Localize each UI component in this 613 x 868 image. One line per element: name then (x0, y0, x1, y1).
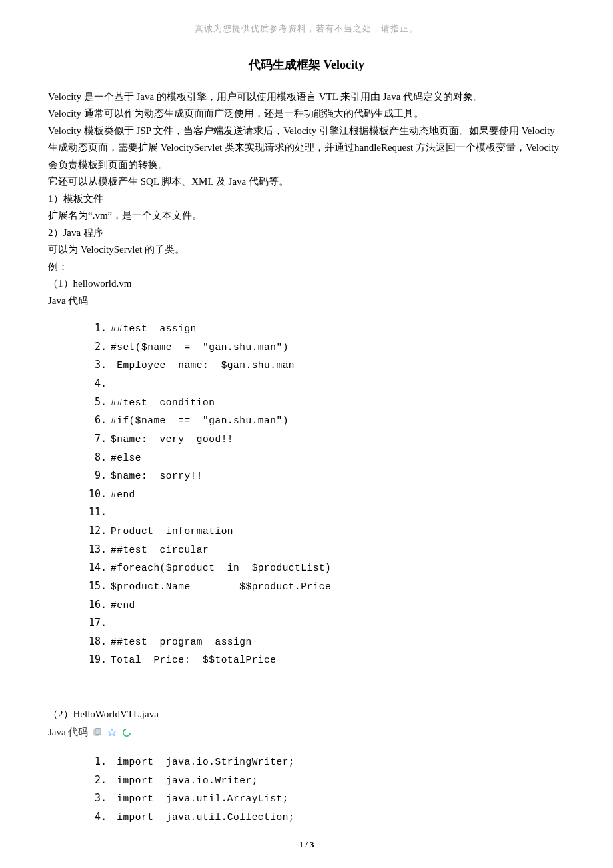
page-number: 1 / 3 (0, 837, 613, 852)
line-number: 16. (88, 597, 107, 614)
code-line: 9.$name: sorry!! (88, 467, 565, 485)
line-number: 14. (88, 559, 107, 577)
line-number: 15. (88, 578, 107, 595)
svg-point-2 (123, 729, 131, 737)
code-line: 3. import java.util.ArrayList; (88, 790, 565, 807)
code-line: 10.#end (88, 486, 565, 503)
code-line: 8.#else (88, 449, 565, 467)
line-number: 10. (88, 486, 107, 503)
code-text: #if($name == "gan.shu.man") (111, 413, 289, 429)
line-number: 5. (88, 394, 107, 411)
code-text: import java.io.StringWriter; (111, 754, 295, 771)
line-number: 4. (88, 375, 107, 393)
code-line: 18.##test program assign (88, 633, 565, 651)
copy-icon[interactable] (92, 727, 103, 738)
code-line: 6.#if($name == "gan.shu.man") (88, 412, 565, 429)
code-language-label: Java 代码 (48, 724, 88, 741)
code-line: 19.Total Price: $$totalPrice (88, 651, 565, 669)
line-number: 7. (88, 431, 107, 448)
code-text: #set($name = "gan.shu.man") (111, 339, 289, 356)
star-icon[interactable] (107, 727, 117, 738)
paragraph: 1）模板文件 (48, 191, 565, 208)
paragraph: （1）helloworld.vm (48, 275, 565, 293)
paragraph: 扩展名为“.vm”，是一个文本文件。 (48, 207, 565, 225)
code-text: $name: sorry!! (111, 468, 203, 485)
line-number: 12. (88, 523, 107, 540)
document-title: 代码生成框架 Velocity (48, 55, 565, 75)
code-line: 3. Employee name: $gan.shu.man (88, 357, 565, 374)
code-text: ##test condition (111, 395, 215, 411)
code-text: Product information (111, 523, 233, 540)
paragraph: Velocity 模板类似于 JSP 文件，当客户端发送请求后，Velocity… (48, 123, 565, 174)
line-number: 13. (88, 541, 107, 559)
code-line: 2.#set($name = "gan.shu.man") (88, 339, 565, 356)
code-line: 17. (88, 615, 565, 632)
line-number: 6. (88, 412, 107, 429)
paragraph: （2）HelloWorldVTL.java (48, 706, 565, 723)
code-text: Employee name: $gan.shu.man (111, 357, 295, 374)
code-text: ##test assign (111, 321, 197, 337)
code-line: 1.##test assign (88, 320, 565, 337)
paragraph: 它还可以从模板产生 SQL 脚本、XML 及 Java 代码等。 (48, 173, 565, 191)
paragraph: 可以为 VelocityServlet 的子类。 (48, 241, 565, 259)
line-number: 11. (88, 504, 107, 521)
loading-icon (121, 727, 132, 738)
line-number: 9. (88, 467, 107, 485)
code-text: import java.util.ArrayList; (111, 791, 289, 807)
code-text: Total Price: $$totalPrice (111, 652, 276, 669)
line-number: 8. (88, 449, 107, 467)
java-label-row: Java 代码 (48, 724, 565, 741)
code-text: import java.util.Collection; (111, 809, 295, 826)
line-number: 3. (88, 790, 107, 807)
code-text: #end (111, 487, 135, 503)
code-line: 14.#foreach($product in $productList) (88, 559, 565, 577)
code-text: #foreach($product in $productList) (111, 560, 331, 577)
line-number: 17. (88, 615, 107, 632)
code-text: #end (111, 597, 135, 614)
code-text: #else (111, 450, 141, 467)
code-text: ##test program assign (111, 634, 252, 651)
paragraph: 2）Java 程序 (48, 225, 565, 242)
code-block-java: 1. import java.io.StringWriter; 2. impor… (88, 753, 565, 826)
code-line: 4. import java.util.Collection; (88, 809, 565, 826)
section-2: （2）HelloWorldVTL.java Java 代码 (48, 706, 565, 741)
document-page: 真诚为您提供优质参考资料，若有不当之处，请指正。 代码生成框架 Velocity… (0, 0, 613, 868)
line-number: 4. (88, 809, 107, 826)
code-text: $product.Name $$product.Price (111, 579, 331, 595)
line-number: 18. (88, 633, 107, 651)
intro-paragraphs: Velocity 是一个基于 Java 的模板引擎，用户可以使用模板语言 VTL… (48, 89, 565, 310)
code-line: 11. (88, 504, 565, 521)
paragraph: 例： (48, 259, 565, 276)
line-number: 19. (88, 651, 107, 669)
line-number: 3. (88, 357, 107, 374)
line-number: 2. (88, 772, 107, 789)
code-line: 5.##test condition (88, 394, 565, 411)
code-line: 2. import java.io.Writer; (88, 772, 565, 789)
line-number: 1. (88, 320, 107, 337)
line-number: 2. (88, 339, 107, 356)
line-number: 1. (88, 753, 107, 771)
code-text: $name: very good!! (111, 431, 233, 448)
code-line: 1. import java.io.StringWriter; (88, 753, 565, 771)
paragraph: Velocity 是一个基于 Java 的模板引擎，用户可以使用模板语言 VTL… (48, 89, 565, 106)
paragraph: Velocity 通常可以作为动态生成页面而广泛使用，还是一种功能强大的代码生成… (48, 105, 565, 123)
svg-rect-1 (95, 729, 101, 735)
code-line: 7.$name: very good!! (88, 431, 565, 448)
code-language-label: Java 代码 (48, 293, 565, 310)
code-block-vm: 1.##test assign 2.#set($name = "gan.shu.… (88, 320, 565, 669)
code-line: 15.$product.Name $$product.Price (88, 578, 565, 595)
code-text: ##test circular (111, 542, 209, 559)
code-line: 16.#end (88, 597, 565, 614)
code-line: 4. (88, 375, 565, 393)
code-line: 12.Product information (88, 523, 565, 540)
code-text: import java.io.Writer; (111, 773, 258, 789)
header-note: 真诚为您提供优质参考资料，若有不当之处，请指正。 (48, 21, 565, 36)
code-line: 13.##test circular (88, 541, 565, 559)
